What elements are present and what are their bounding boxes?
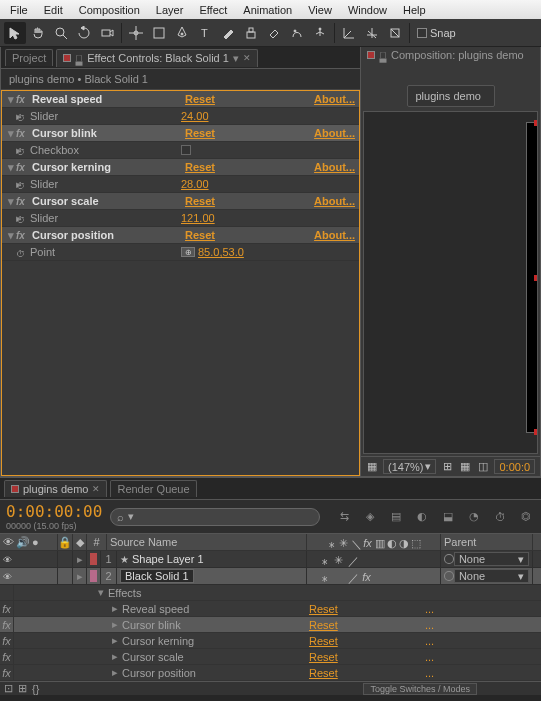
camera-tool-icon[interactable] bbox=[96, 22, 118, 44]
text-tool-icon[interactable]: T bbox=[194, 22, 216, 44]
parent-dropdown[interactable]: None ▾ bbox=[454, 569, 529, 583]
comp-mini-flowchart-icon[interactable]: ⇆ bbox=[335, 508, 353, 526]
fx-icon[interactable]: fx bbox=[16, 162, 30, 173]
twirl-icon[interactable]: ▸ bbox=[112, 618, 118, 631]
effect-header[interactable]: ▾ fx Reveal speed Reset About... bbox=[2, 91, 359, 108]
twirl-icon[interactable]: ▸ bbox=[6, 178, 16, 191]
eye-column-icon[interactable]: 👁 bbox=[3, 536, 14, 548]
timeline-tab[interactable]: plugins demo ✕ bbox=[4, 480, 107, 497]
resize-handle-icon[interactable] bbox=[534, 275, 538, 281]
property-value[interactable]: 24.00 bbox=[181, 110, 209, 122]
graph-editor-icon[interactable]: ◔ bbox=[465, 508, 483, 526]
layer-row[interactable]: ▸ 2 Black Solid 1 ⁎／fx None ▾ bbox=[0, 568, 541, 585]
fx-icon[interactable]: fx bbox=[16, 94, 30, 105]
reset-link[interactable]: Reset bbox=[185, 127, 255, 139]
effect-options-link[interactable]: ... bbox=[425, 619, 434, 631]
point-picker-icon[interactable]: ⊕ bbox=[181, 247, 195, 257]
solo-column-icon[interactable]: ● bbox=[32, 536, 39, 548]
stopwatch-icon[interactable] bbox=[16, 213, 26, 223]
pen-tool-icon[interactable] bbox=[171, 22, 193, 44]
about-link[interactable]: About... bbox=[314, 229, 355, 241]
effect-header[interactable]: ▾ fx Cursor blink Reset About... bbox=[2, 125, 359, 142]
label-color[interactable] bbox=[90, 570, 97, 582]
reset-link[interactable]: Reset bbox=[185, 195, 255, 207]
twirl-icon[interactable]: ▸ bbox=[77, 570, 83, 583]
stopwatch-icon[interactable] bbox=[16, 111, 26, 121]
composition-viewport[interactable] bbox=[363, 111, 538, 454]
pickwhip-icon[interactable] bbox=[444, 554, 454, 564]
effect-options-link[interactable]: ... bbox=[425, 651, 434, 663]
property-value[interactable]: 28.00 bbox=[181, 178, 209, 190]
effect-header[interactable]: ▾ fx Cursor position Reset About... bbox=[2, 227, 359, 244]
twirl-icon[interactable]: ▸ bbox=[6, 212, 16, 225]
label-column-icon[interactable]: ◆ bbox=[76, 536, 84, 549]
timeline-effect-row[interactable]: fx ▸Reveal speed Reset ... bbox=[0, 601, 541, 617]
reset-link[interactable]: Reset bbox=[185, 229, 255, 241]
shy-icon[interactable]: ⏣ bbox=[517, 508, 535, 526]
alpha-toggle-icon[interactable]: ▦ bbox=[365, 460, 379, 474]
fx-icon[interactable]: fx bbox=[16, 128, 30, 139]
expand-icon[interactable]: {} bbox=[32, 683, 39, 695]
comp-subtab[interactable]: plugins demo bbox=[407, 85, 495, 107]
effect-options-link[interactable]: ... bbox=[425, 667, 434, 679]
resize-handle-icon[interactable] bbox=[534, 120, 538, 126]
effect-header[interactable]: ▾ fx Cursor scale Reset About... bbox=[2, 193, 359, 210]
twirl-icon[interactable]: ▸ bbox=[112, 666, 118, 679]
motion-blur-icon[interactable]: ◐ bbox=[413, 508, 431, 526]
clone-tool-icon[interactable] bbox=[240, 22, 262, 44]
reset-link[interactable]: Reset bbox=[309, 635, 425, 647]
fx-icon[interactable]: fx bbox=[16, 196, 30, 207]
fx-icon[interactable]: fx bbox=[0, 649, 14, 664]
layer-name[interactable]: Shape Layer 1 bbox=[132, 553, 204, 565]
comp-time-display[interactable]: 0:00:0 bbox=[494, 459, 535, 474]
pickwhip-icon[interactable] bbox=[444, 571, 454, 581]
twirl-icon[interactable]: ▸ bbox=[112, 650, 118, 663]
reset-link[interactable]: Reset bbox=[185, 161, 255, 173]
menu-composition[interactable]: Composition bbox=[71, 2, 148, 18]
draft3d-icon[interactable]: ◈ bbox=[361, 508, 379, 526]
audio-column-icon[interactable]: 🔊 bbox=[16, 536, 30, 549]
stopwatch-icon[interactable] bbox=[16, 247, 26, 257]
twirl-icon[interactable]: ▾ bbox=[6, 93, 16, 106]
project-tab[interactable]: Project bbox=[5, 49, 53, 66]
visibility-toggle-icon[interactable] bbox=[3, 553, 15, 565]
render-queue-tab[interactable]: Render Queue bbox=[110, 480, 196, 497]
layer-row[interactable]: ▸ 1 ★Shape Layer 1 ⁎✳／ None ▾ bbox=[0, 551, 541, 568]
property-value[interactable]: 121.00 bbox=[181, 212, 215, 224]
effect-property[interactable]: ▸ Checkbox bbox=[2, 142, 359, 159]
reset-link[interactable]: Reset bbox=[309, 667, 425, 679]
brush-tool-icon[interactable] bbox=[217, 22, 239, 44]
effect-header[interactable]: ▾ fx Cursor kerning Reset About... bbox=[2, 159, 359, 176]
timeline-effect-row[interactable]: fx ▸Cursor position Reset ... bbox=[0, 665, 541, 681]
checkbox-input[interactable] bbox=[181, 145, 191, 155]
anchor-tool-icon[interactable] bbox=[125, 22, 147, 44]
menu-file[interactable]: File bbox=[2, 2, 36, 18]
effect-options-link[interactable]: ... bbox=[425, 603, 434, 615]
view-axis-icon[interactable] bbox=[384, 22, 406, 44]
about-link[interactable]: About... bbox=[314, 93, 355, 105]
mask-tool-icon[interactable] bbox=[148, 22, 170, 44]
visibility-toggle-icon[interactable] bbox=[3, 570, 15, 582]
rotate-tool-icon[interactable] bbox=[73, 22, 95, 44]
selection-tool-icon[interactable] bbox=[4, 22, 26, 44]
zoom-dropdown[interactable]: (147%)▾ bbox=[383, 459, 436, 474]
mask-toggle-icon[interactable]: ◫ bbox=[476, 460, 490, 474]
fx-icon[interactable]: fx bbox=[0, 617, 14, 632]
zoom-tool-icon[interactable] bbox=[50, 22, 72, 44]
about-link[interactable]: About... bbox=[314, 195, 355, 207]
brainstorm-icon[interactable]: ⬓ bbox=[439, 508, 457, 526]
twirl-icon[interactable]: ▾ bbox=[6, 195, 16, 208]
auto-keyframe-icon[interactable]: ⏱ bbox=[491, 508, 509, 526]
layer-name[interactable]: Black Solid 1 bbox=[120, 569, 194, 583]
reset-link[interactable]: Reset bbox=[309, 619, 425, 631]
hand-tool-icon[interactable] bbox=[27, 22, 49, 44]
twirl-icon[interactable]: ▾ bbox=[6, 161, 16, 174]
roto-tool-icon[interactable] bbox=[286, 22, 308, 44]
source-name-column[interactable]: Source Name bbox=[107, 534, 307, 550]
close-icon[interactable]: ✕ bbox=[92, 484, 100, 494]
menu-view[interactable]: View bbox=[300, 2, 340, 18]
label-color[interactable] bbox=[90, 553, 97, 565]
frame-blend-icon[interactable]: ▤ bbox=[387, 508, 405, 526]
fx-icon[interactable]: fx bbox=[0, 601, 14, 616]
menu-help[interactable]: Help bbox=[395, 2, 434, 18]
